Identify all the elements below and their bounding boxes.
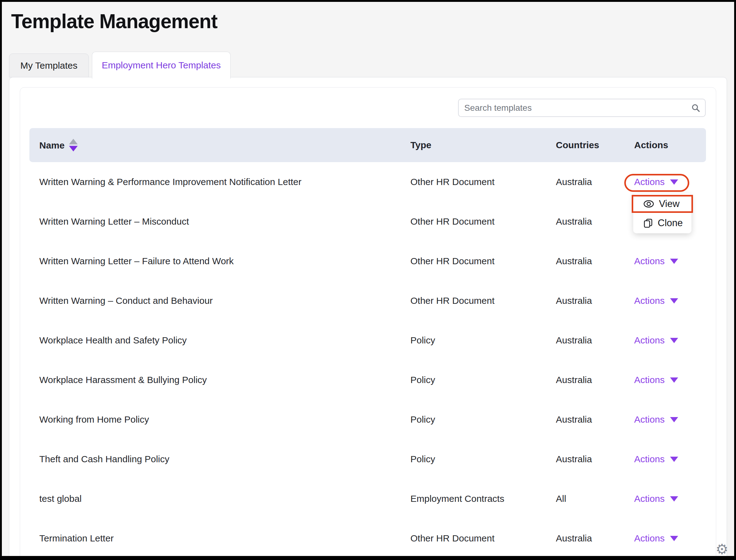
caret-down-icon — [670, 338, 678, 343]
template-name: Written Warning Letter – Failure to Atte… — [39, 256, 234, 266]
table-row: Written Warning Letter – Misconduct Othe… — [29, 202, 706, 241]
sort-icons[interactable] — [69, 139, 78, 152]
actions-label: Actions — [634, 375, 665, 385]
template-name: Workplace Harassment & Bullying Policy — [39, 375, 207, 385]
template-name: Workplace Health and Safety Policy — [39, 335, 187, 346]
actions-label: Actions — [634, 454, 665, 464]
actions-button[interactable]: Actions — [634, 533, 678, 544]
actions-label: Actions — [634, 493, 665, 504]
tab-label: Employment Hero Templates — [102, 60, 221, 71]
table-header: Name Type Countries Actions — [29, 128, 706, 162]
table-row: test global Employment Contracts All Act… — [29, 479, 706, 519]
template-name: Written Warning & Performance Improvemen… — [39, 177, 301, 187]
template-name: Written Warning Letter – Misconduct — [39, 216, 189, 227]
template-countries: Australia — [556, 533, 592, 544]
template-type: Other HR Document — [411, 295, 495, 306]
caret-down-icon — [670, 496, 678, 502]
caret-down-icon — [670, 377, 678, 383]
actions-button[interactable]: Actions — [634, 454, 678, 464]
table-row: Workplace Harassment & Bullying Policy P… — [29, 360, 706, 400]
actions-label: Actions — [634, 335, 665, 346]
screenshot-frame: Template Management My Templates Employm… — [0, 0, 736, 560]
caret-down-icon — [670, 259, 678, 264]
actions-button[interactable]: Actions — [634, 256, 678, 266]
template-countries: Australia — [556, 414, 592, 425]
menu-item-clone[interactable]: Clone — [633, 213, 691, 233]
caret-down-icon — [670, 536, 678, 541]
column-header-label: Name — [39, 140, 65, 150]
template-type: Employment Contracts — [411, 493, 504, 504]
actions-label: Actions — [634, 256, 665, 266]
template-name: Written Warning – Conduct and Behaviour — [39, 295, 213, 306]
column-header-name[interactable]: Name — [39, 139, 78, 152]
template-type: Policy — [411, 414, 435, 425]
actions-label: Actions — [634, 295, 665, 306]
template-countries: Australia — [556, 216, 592, 227]
actions-button[interactable]: Actions — [634, 335, 678, 346]
caret-down-icon — [670, 179, 678, 185]
sort-up-icon[interactable] — [69, 139, 78, 144]
actions-button[interactable]: Actions — [634, 493, 678, 504]
tab-employment-hero-templates[interactable]: Employment Hero Templates — [92, 52, 230, 79]
search-input[interactable] — [459, 103, 691, 113]
template-type: Policy — [411, 375, 435, 385]
sort-down-icon[interactable] — [69, 146, 78, 152]
template-type: Policy — [411, 454, 435, 464]
actions-button[interactable]: Actions — [634, 375, 678, 385]
table-row: Written Warning Letter – Failure to Atte… — [29, 241, 706, 281]
table-row: Termination Letter Other HR Document Aus… — [29, 519, 706, 558]
table-row: Written Warning – Conduct and Behaviour … — [29, 281, 706, 321]
column-header-type: Type — [411, 140, 432, 150]
menu-item-label: Clone — [658, 218, 683, 229]
gear-icon[interactable]: ⚙ — [716, 541, 728, 558]
template-name: test global — [39, 493, 82, 504]
search-box[interactable] — [458, 99, 706, 117]
actions-button[interactable]: Actions — [634, 177, 678, 187]
eye-icon — [643, 200, 654, 208]
tab-label: My Templates — [20, 60, 78, 71]
template-type: Policy — [411, 335, 435, 346]
caret-down-icon — [670, 298, 678, 304]
tab-my-templates[interactable]: My Templates — [9, 54, 89, 77]
column-header-countries: Countries — [556, 140, 599, 150]
actions-label: Actions — [634, 177, 665, 187]
template-type: Other HR Document — [411, 216, 495, 227]
template-countries: Australia — [556, 177, 592, 187]
template-type: Other HR Document — [411, 533, 495, 544]
table-row: Written Warning & Performance Improvemen… — [29, 162, 706, 202]
clone-icon — [643, 218, 653, 228]
template-countries: All — [556, 493, 566, 504]
template-name: Termination Letter — [39, 533, 114, 544]
template-countries: Australia — [556, 256, 592, 266]
actions-label: Actions — [634, 533, 665, 544]
template-countries: Australia — [556, 295, 592, 306]
actions-dropdown: View Clone — [633, 194, 691, 233]
template-type: Other HR Document — [411, 177, 495, 187]
template-type: Other HR Document — [411, 256, 495, 266]
template-name: Theft and Cash Handling Policy — [39, 454, 169, 464]
caret-down-icon — [670, 417, 678, 422]
table-row: Working from Home Policy Policy Australi… — [29, 400, 706, 439]
table-row: Workplace Health and Safety Policy Polic… — [29, 321, 706, 360]
actions-button[interactable]: Actions — [634, 414, 678, 425]
table-row: Theft and Cash Handling Policy Policy Au… — [29, 439, 706, 479]
actions-button[interactable]: Actions — [634, 295, 678, 306]
template-name: Working from Home Policy — [39, 414, 149, 425]
search-icon — [691, 104, 700, 112]
template-countries: Australia — [556, 454, 592, 464]
page-title: Template Management — [11, 10, 217, 33]
template-countries: Australia — [556, 375, 592, 385]
template-countries: Australia — [556, 335, 592, 346]
menu-item-label: View — [659, 198, 680, 209]
menu-item-view[interactable]: View — [633, 194, 691, 213]
column-header-actions: Actions — [634, 140, 668, 150]
caret-down-icon — [670, 457, 678, 462]
actions-label: Actions — [634, 414, 665, 425]
